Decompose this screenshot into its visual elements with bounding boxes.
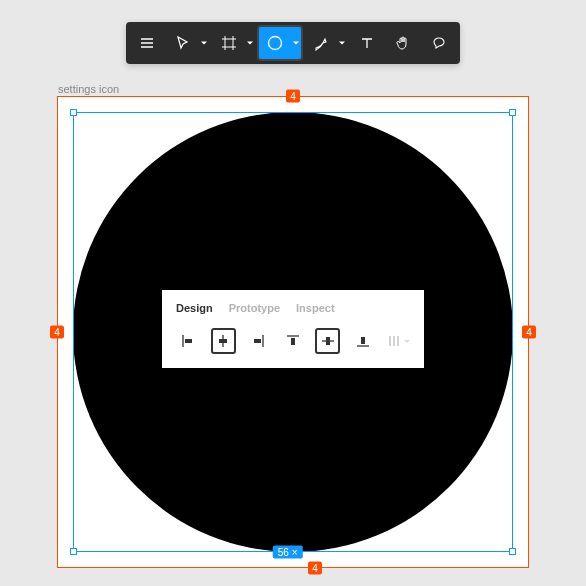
frame-tool[interactable] (212, 26, 256, 60)
shape-tool[interactable] (258, 26, 302, 60)
svg-rect-1 (185, 339, 192, 343)
tab-design[interactable]: Design (176, 302, 213, 314)
align-vcenter-button[interactable] (315, 328, 340, 354)
align-right-button[interactable] (246, 328, 271, 354)
layer-label[interactable]: settings icon (58, 83, 119, 95)
chevron-down-icon (247, 42, 253, 45)
resize-handle-bl[interactable] (70, 548, 77, 555)
svg-rect-2 (219, 339, 227, 343)
chevron-down-icon (293, 42, 299, 45)
comment-tool[interactable] (422, 26, 456, 60)
align-top-button[interactable] (281, 328, 306, 354)
align-left-button[interactable] (176, 328, 201, 354)
chevron-down-icon (339, 42, 345, 45)
hand-tool[interactable] (386, 26, 420, 60)
resize-handle-br[interactable] (509, 548, 516, 555)
tab-inspect[interactable]: Inspect (296, 302, 335, 314)
pen-tool[interactable] (304, 26, 348, 60)
svg-point-0 (269, 37, 282, 50)
spacing-badge-right: 4 (522, 326, 536, 339)
properties-panel: Design Prototype Inspect (162, 290, 424, 368)
tidy-up-button[interactable] (385, 328, 410, 354)
align-hcenter-button[interactable] (211, 328, 236, 354)
selection-size-badge: 56 × (273, 546, 303, 559)
svg-rect-6 (361, 337, 365, 344)
panel-tabs: Design Prototype Inspect (176, 302, 410, 314)
menu-button[interactable] (130, 26, 164, 60)
alignment-controls (176, 328, 410, 354)
spacing-badge-bottom: 4 (308, 562, 322, 575)
text-tool[interactable] (350, 26, 384, 60)
chevron-down-icon (402, 332, 410, 350)
move-tool[interactable] (166, 26, 210, 60)
svg-rect-5 (326, 337, 330, 345)
main-toolbar (126, 22, 460, 64)
align-bottom-button[interactable] (350, 328, 375, 354)
chevron-down-icon (201, 42, 207, 45)
spacing-badge-top: 4 (286, 90, 300, 103)
resize-handle-tl[interactable] (70, 109, 77, 116)
svg-rect-4 (291, 338, 295, 345)
resize-handle-tr[interactable] (509, 109, 516, 116)
svg-rect-3 (254, 339, 261, 343)
tab-prototype[interactable]: Prototype (229, 302, 280, 314)
spacing-badge-left: 4 (50, 326, 64, 339)
